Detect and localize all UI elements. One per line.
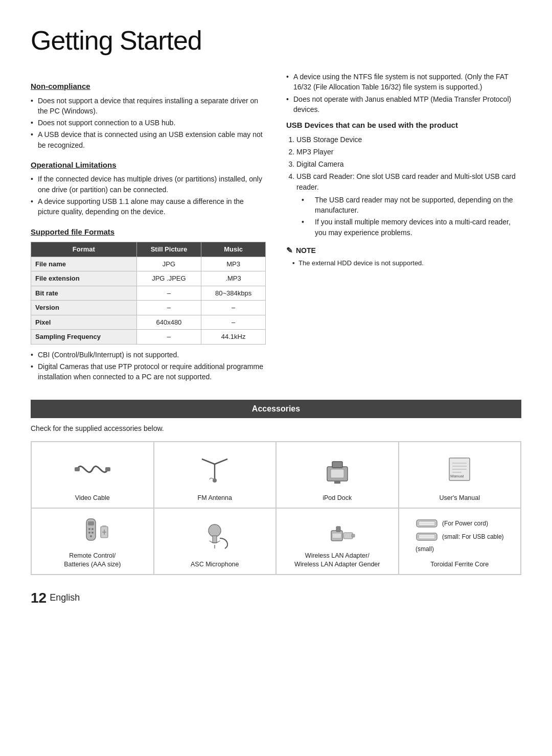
table-cell-still: 640x480	[136, 315, 201, 330]
svg-point-22	[91, 532, 94, 534]
left-column: Non-compliance Does not support a device…	[31, 72, 266, 387]
svg-rect-34	[343, 533, 353, 539]
accessory-wireless-lan: Wireless LAN Adapter/ Wireless LAN Adapt…	[276, 508, 399, 575]
wireless-lan-icon	[317, 516, 358, 547]
accessory-remote-control: Remote Control/ Batteries (AAA size)	[31, 508, 154, 575]
asc-microphone-icon	[194, 516, 235, 556]
svg-rect-35	[352, 534, 355, 537]
remote-control-icon	[72, 516, 113, 547]
accessory-video-cable: Video Cable	[31, 442, 154, 508]
table-cell-still: –	[136, 330, 201, 345]
table-cell-still: –	[136, 301, 201, 315]
operational-heading: Operational Limitations	[31, 159, 266, 171]
svg-rect-18	[88, 521, 94, 525]
table-row: Version – –	[31, 301, 266, 315]
accessories-grid: Video Cable FM Antenna iPod Dock	[31, 441, 521, 575]
svg-rect-29	[213, 536, 217, 543]
file-formats-table: Format Still Picture Music File name JPG…	[31, 242, 266, 345]
list-item: The USB card reader may not be supported…	[302, 195, 521, 216]
accessory-users-manual: Manual User's Manual	[399, 442, 521, 508]
list-item: A USB device that is connected using an …	[31, 129, 266, 150]
right-top-list: A device using the NTFS file system is n…	[286, 72, 521, 114]
page-footer: 12 English	[31, 587, 521, 609]
accessory-toroidal-ferrite: (For Power cord) (small: For USB cable) …	[399, 508, 521, 575]
list-item: A device using the NTFS file system is n…	[286, 72, 521, 93]
table-col-still: Still Picture	[136, 242, 201, 257]
note-title: ✎ NOTE	[286, 245, 521, 257]
table-row: Bit rate – 80~384kbps	[31, 286, 266, 301]
table-cell-music: 80~384kbps	[201, 286, 266, 301]
right-column: A device using the NTFS file system is n…	[286, 72, 521, 387]
toroidal-ferrite-icon: (For Power cord) (small: For USB cable) …	[416, 516, 504, 556]
accessories-header: Accessories	[31, 400, 521, 418]
list-item: Digital Camera	[296, 159, 521, 170]
accessory-label: iPod Dock	[323, 494, 352, 502]
table-cell-label: Sampling Frequency	[31, 330, 137, 345]
note-icon: ✎	[286, 245, 293, 257]
after-table-list: CBI (Control/Bulk/Interrupt) is not supp…	[31, 350, 266, 382]
svg-point-28	[209, 524, 221, 537]
list-item: CBI (Control/Bulk/Interrupt) is not supp…	[31, 350, 266, 360]
svg-rect-32	[336, 526, 340, 532]
svg-rect-0	[75, 467, 80, 471]
non-compliance-heading: Non-compliance	[31, 81, 266, 93]
table-cell-music: 44.1kHz	[201, 330, 266, 345]
table-cell-label: Pixel	[31, 315, 137, 330]
list-item: The external HDD device is not supported…	[292, 258, 521, 268]
table-cell-still: –	[136, 286, 201, 301]
svg-rect-10	[331, 469, 344, 478]
list-item: Does not operate with Janus enabled MTP …	[286, 94, 521, 115]
table-cell-label: File extension	[31, 271, 137, 286]
table-cell-label: Bit rate	[31, 286, 137, 301]
svg-point-19	[88, 528, 90, 530]
accessory-label: Wireless LAN Adapter/ Wireless LAN Adapt…	[294, 552, 380, 569]
accessory-label: ASC Microphone	[191, 560, 239, 569]
fm-antenna-icon	[194, 449, 235, 490]
svg-line-3	[202, 459, 215, 464]
accessory-label: Toroidal Ferrite Core	[430, 560, 489, 569]
svg-rect-1	[105, 467, 110, 471]
usb-devices-heading: USB Devices that can be used with the pr…	[286, 120, 521, 131]
operational-list: If the connected device has multiple dri…	[31, 174, 266, 217]
svg-rect-33	[332, 533, 341, 538]
table-row: Sampling Frequency – 44.1kHz	[31, 330, 266, 345]
list-item: Digital Cameras that use PTP protocol or…	[31, 361, 266, 382]
usb-devices-list: USB Storage Device MP3 Player Digital Ca…	[286, 134, 521, 238]
table-col-format: Format	[31, 242, 137, 257]
list-item: MP3 Player	[296, 147, 521, 157]
accessory-label: FM Antenna	[198, 494, 232, 502]
table-cell-music: –	[201, 301, 266, 315]
svg-point-23	[90, 535, 92, 537]
note-section: ✎ NOTE The external HDD device is not su…	[286, 245, 521, 268]
accessories-check-text: Check for the supplied accessories below…	[31, 423, 521, 434]
svg-rect-25	[102, 525, 106, 527]
list-item: If you install multiple memory devices i…	[302, 217, 521, 238]
table-row: Pixel 640x480 –	[31, 315, 266, 330]
list-item: USB Storage Device	[296, 134, 521, 145]
list-item: Does not support connection to a USB hub…	[31, 118, 266, 128]
page-title: Getting Started	[31, 20, 521, 60]
note-list: The external HDD device is not supported…	[286, 258, 521, 268]
table-row: File extension JPG .JPEG .MP3	[31, 271, 266, 286]
table-cell-label: Version	[31, 301, 137, 315]
table-row: File name JPG MP3	[31, 257, 266, 271]
table-cell-music: .MP3	[201, 271, 266, 286]
list-item: A device supporting USB 1.1 alone may ca…	[31, 196, 266, 217]
video-cable-icon	[72, 449, 113, 490]
list-item: USB card Reader: One slot USB card reade…	[296, 171, 521, 238]
accessory-label: Remote Control/ Batteries (AAA size)	[64, 552, 121, 569]
svg-point-20	[91, 528, 94, 530]
accessory-asc-microphone: ASC Microphone	[154, 508, 277, 575]
table-col-music: Music	[201, 242, 266, 257]
svg-line-4	[215, 459, 227, 464]
accessory-label: Video Cable	[75, 494, 110, 502]
table-cell-still: JPG	[136, 257, 201, 271]
table-cell-label: File name	[31, 257, 137, 271]
accessory-fm-antenna: FM Antenna	[154, 442, 277, 508]
table-cell-music: MP3	[201, 257, 266, 271]
list-item: Does not support a device that requires …	[31, 96, 266, 117]
ipod-dock-icon	[317, 449, 358, 490]
svg-text:Manual: Manual	[450, 474, 464, 478]
table-cell-still: JPG .JPEG	[136, 271, 201, 286]
svg-rect-7	[332, 462, 342, 468]
